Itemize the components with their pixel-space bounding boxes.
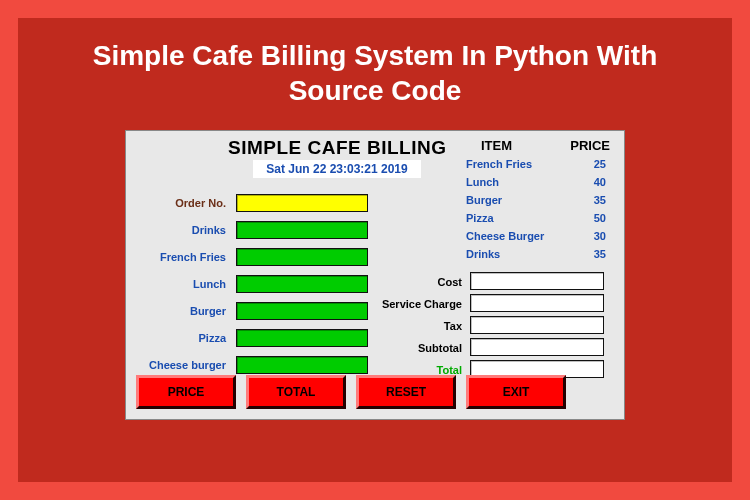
menu-name: Cheese Burger [466, 227, 544, 245]
menu-name: Lunch [466, 173, 499, 191]
menu-price: 40 [594, 173, 612, 191]
menu-row: French Fries 25 [466, 155, 612, 173]
button-bar: PRICE TOTAL RESET EXIT [136, 375, 614, 409]
french-fries-label: French Fries [136, 251, 236, 263]
pizza-row: Pizza [136, 326, 376, 350]
subtotal-row: Subtotal [378, 337, 614, 359]
pizza-label: Pizza [136, 332, 236, 344]
input-column: Order No. Drinks French Fries Lunch Burg… [136, 191, 376, 380]
menu-name: French Fries [466, 155, 532, 173]
tax-row: Tax [378, 315, 614, 337]
burger-row: Burger [136, 299, 376, 323]
lunch-row: Lunch [136, 272, 376, 296]
price-header-price: PRICE [570, 138, 610, 153]
cheese-burger-row: Cheese burger [136, 353, 376, 377]
order-no-label: Order No. [136, 197, 236, 209]
burger-label: Burger [136, 305, 236, 317]
menu-row: Drinks 35 [466, 245, 612, 263]
menu-price: 35 [594, 245, 612, 263]
menu-row: Cheese Burger 30 [466, 227, 612, 245]
lunch-label: Lunch [136, 278, 236, 290]
menu-name: Drinks [466, 245, 500, 263]
cheese-burger-label: Cheese burger [136, 359, 236, 371]
cheese-burger-input[interactable] [236, 356, 368, 374]
menu-price: 35 [594, 191, 612, 209]
app-title: SIMPLE CAFE BILLING [228, 137, 447, 159]
page-title: Simple Cafe Billing System In Python Wit… [75, 38, 675, 108]
inner-frame: Simple Cafe Billing System In Python Wit… [18, 18, 732, 482]
outer-frame: Simple Cafe Billing System In Python Wit… [0, 0, 750, 500]
subtotal-field[interactable] [470, 338, 604, 356]
drinks-input[interactable] [236, 221, 368, 239]
menu-row: Burger 35 [466, 191, 612, 209]
reset-button[interactable]: RESET [356, 375, 456, 409]
subtotal-label: Subtotal [378, 342, 470, 354]
order-no-input[interactable] [236, 194, 368, 212]
cost-field[interactable] [470, 272, 604, 290]
timestamp: Sat Jun 22 23:03:21 2019 [253, 160, 421, 178]
menu-name: Burger [466, 191, 502, 209]
exit-button[interactable]: EXIT [466, 375, 566, 409]
french-fries-input[interactable] [236, 248, 368, 266]
totals-column: Cost Service Charge Tax Subtotal Total [378, 271, 614, 381]
menu-price: 25 [594, 155, 612, 173]
menu-list: French Fries 25 Lunch 40 Burger 35 Pizza… [466, 155, 612, 263]
menu-row: Lunch 40 [466, 173, 612, 191]
price-button[interactable]: PRICE [136, 375, 236, 409]
lunch-input[interactable] [236, 275, 368, 293]
menu-name: Pizza [466, 209, 494, 227]
service-charge-row: Service Charge [378, 293, 614, 315]
cost-label: Cost [378, 276, 470, 288]
app-window: SIMPLE CAFE BILLING Sat Jun 22 23:03:21 … [125, 130, 625, 420]
menu-price: 50 [594, 209, 612, 227]
service-charge-field[interactable] [470, 294, 604, 312]
pizza-input[interactable] [236, 329, 368, 347]
menu-price: 30 [594, 227, 612, 245]
price-header-item: ITEM [481, 138, 512, 153]
drinks-row: Drinks [136, 218, 376, 242]
cost-row: Cost [378, 271, 614, 293]
service-charge-label: Service Charge [378, 298, 470, 310]
menu-row: Pizza 50 [466, 209, 612, 227]
french-fries-row: French Fries [136, 245, 376, 269]
total-button[interactable]: TOTAL [246, 375, 346, 409]
order-no-row: Order No. [136, 191, 376, 215]
drinks-label: Drinks [136, 224, 236, 236]
tax-label: Tax [378, 320, 470, 332]
tax-field[interactable] [470, 316, 604, 334]
burger-input[interactable] [236, 302, 368, 320]
